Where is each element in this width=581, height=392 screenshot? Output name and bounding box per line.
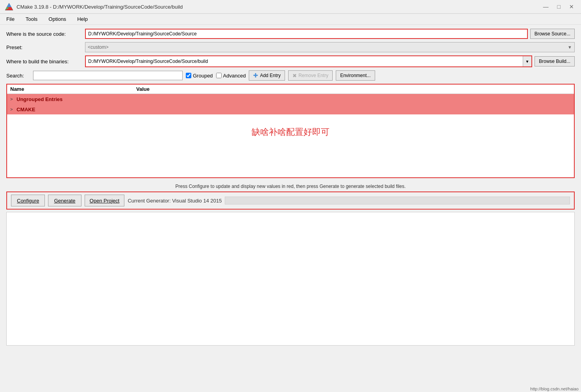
source-code-row: Where is the source code: Browse Source.…: [6, 29, 575, 39]
browse-build-button[interactable]: Browse Build...: [535, 56, 575, 66]
remove-entry-button[interactable]: ✖ Remove Entry: [288, 70, 333, 81]
cmake-logo-icon: [5, 2, 13, 11]
remove-entry-icon: ✖: [292, 73, 297, 79]
advanced-checkbox[interactable]: [216, 73, 222, 78]
menu-bar: File Tools Options Help: [0, 14, 581, 25]
expand-icon-0[interactable]: >: [10, 97, 17, 101]
log-area: [6, 212, 575, 346]
table-header: Name Value: [7, 85, 574, 94]
window-title: CMake 3.19.8 - D:/MYWORK/Develop/Trainin…: [17, 4, 183, 10]
search-input[interactable]: [33, 71, 183, 80]
advanced-label: Advanced: [223, 73, 246, 79]
window-controls: — □ ✕: [541, 3, 576, 11]
generate-button[interactable]: Generate: [48, 195, 81, 206]
grouped-checkbox-group: Grouped: [186, 73, 213, 79]
source-label: Where is the source code:: [6, 31, 85, 37]
main-content: Where is the source code: Browse Source.…: [0, 25, 581, 350]
col-value-header: Value: [136, 86, 150, 92]
table-row[interactable]: > Ungrouped Entries: [7, 94, 574, 104]
cmake-table: Name Value > Ungrouped Entries > CMAKE 缺…: [6, 84, 575, 178]
row-name-0: Ungrouped Entries: [17, 96, 136, 102]
open-project-button[interactable]: Open Project: [85, 195, 125, 206]
minimize-button[interactable]: —: [541, 3, 551, 11]
add-entry-button[interactable]: ✚ Add Entry: [249, 70, 285, 81]
grouped-label: Grouped: [193, 73, 213, 79]
annotation-text: 缺啥补啥配置好即可: [7, 114, 574, 146]
table-row[interactable]: > CMAKE: [7, 104, 574, 114]
build-row: Where to build the binaries: ▼ Browse Bu…: [6, 55, 575, 67]
grouped-checkbox[interactable]: [186, 73, 191, 78]
environment-button[interactable]: Environment...: [336, 70, 375, 81]
title-bar: CMake 3.19.8 - D:/MYWORK/Develop/Trainin…: [0, 0, 581, 14]
menu-tools[interactable]: Tools: [24, 15, 39, 23]
row-name-1: CMAKE: [17, 107, 136, 112]
preset-value: <custom>: [88, 44, 109, 50]
preset-dropdown[interactable]: <custom> ▼: [85, 42, 575, 52]
search-label: Search:: [6, 73, 30, 79]
svg-marker-1: [7, 3, 11, 7]
generator-text: Current Generator: Visual Studio 14 2015: [128, 198, 222, 204]
preset-chevron-icon: ▼: [568, 45, 572, 50]
bottom-info: Press Configure to update and display ne…: [6, 181, 575, 191]
preset-row: Preset: <custom> ▼: [6, 42, 575, 52]
col-name-header: Name: [10, 86, 136, 92]
configure-button[interactable]: Configure: [11, 195, 45, 206]
close-button[interactable]: ✕: [567, 3, 576, 11]
search-row: Search: Grouped Advanced ✚ Add Entry ✖ R…: [6, 70, 575, 81]
menu-help[interactable]: Help: [76, 15, 89, 23]
advanced-checkbox-group: Advanced: [216, 73, 246, 79]
source-input[interactable]: [85, 29, 528, 39]
url-bar: http://blog.csdn.net/haiao: [528, 386, 581, 392]
add-entry-icon: ✚: [253, 72, 258, 79]
menu-options[interactable]: Options: [47, 15, 68, 23]
build-input[interactable]: [86, 56, 523, 66]
browse-source-button[interactable]: Browse Source...: [530, 29, 575, 39]
progress-bar: [225, 197, 570, 204]
build-label: Where to build the binaries:: [6, 59, 85, 64]
maximize-button[interactable]: □: [555, 3, 563, 11]
build-dropdown-button[interactable]: ▼: [523, 56, 531, 66]
expand-icon-1[interactable]: >: [10, 107, 17, 112]
bottom-bar: Configure Generate Open Project Current …: [6, 191, 575, 210]
menu-file[interactable]: File: [5, 15, 16, 23]
preset-label: Preset:: [6, 44, 85, 50]
build-input-wrapper: ▼: [85, 55, 532, 67]
